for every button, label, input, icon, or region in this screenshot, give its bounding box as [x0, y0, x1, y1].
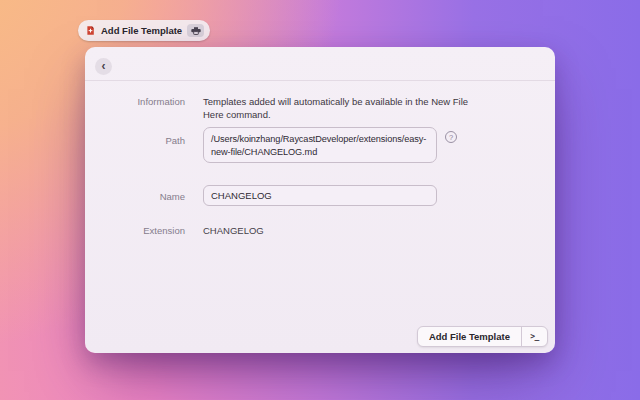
form-row-extension: Extension CHANGELOG — [85, 224, 555, 236]
extension-label: Extension — [85, 224, 185, 236]
path-textarea[interactable]: /Users/koinzhang/RaycastDeveloper/extens… — [203, 127, 437, 163]
question-mark-icon[interactable]: ? — [445, 131, 457, 143]
information-label: Information — [85, 95, 185, 121]
name-label: Name — [85, 185, 185, 206]
form-row-name: Name — [85, 185, 555, 206]
add-file-template-window: ‹ Information Templates added will autom… — [85, 47, 555, 353]
form-row-path: Path /Users/koinzhang/RaycastDeveloper/e… — [85, 127, 555, 167]
command-title-chip[interactable]: Add File Template — [78, 20, 210, 41]
terminal-prompt-icon[interactable]: >_ — [521, 327, 547, 346]
back-button[interactable]: ‹ — [95, 58, 112, 75]
path-label: Path — [85, 127, 185, 167]
add-file-template-button-label[interactable]: Add File Template — [418, 327, 521, 346]
pill-title: Add File Template — [101, 25, 182, 36]
printer-icon — [187, 24, 204, 37]
desktop-background: Add File Template ‹ Information Template… — [0, 0, 640, 400]
chevron-left-icon: ‹ — [102, 60, 106, 72]
name-input[interactable] — [203, 185, 437, 206]
add-file-template-button[interactable]: Add File Template >_ — [417, 326, 548, 347]
new-file-icon — [85, 25, 96, 36]
form-row-information: Information Templates added will automat… — [85, 95, 555, 121]
extension-value: CHANGELOG — [203, 224, 555, 236]
header-divider — [85, 80, 555, 81]
information-text: Templates added will automatically be av… — [203, 95, 471, 121]
